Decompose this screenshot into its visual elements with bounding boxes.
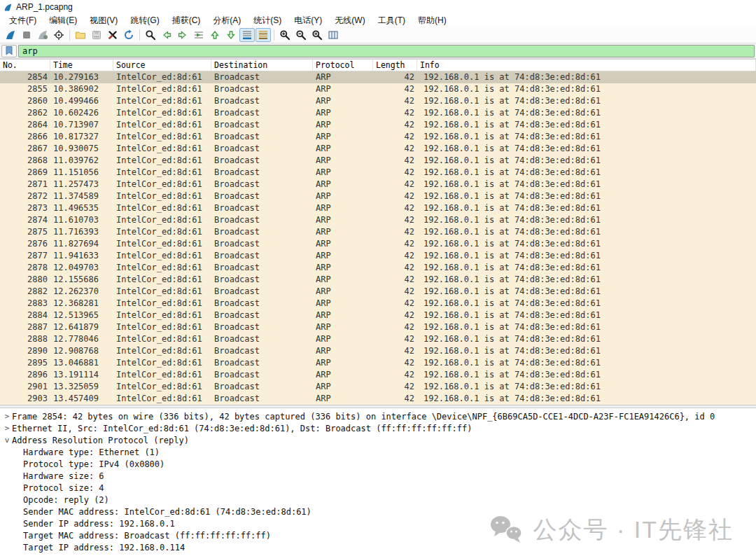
open-file-button[interactable]	[73, 28, 88, 42]
detail-line[interactable]: Target IP address: 192.168.0.114	[0, 541, 756, 553]
packet-row[interactable]: 289513.046881IntelCor_ed:8d:61BroadcastA…	[0, 357, 756, 369]
zoom-reset-button[interactable]	[309, 28, 325, 42]
packet-row[interactable]: 288212.262370IntelCor_ed:8d:61BroadcastA…	[0, 286, 756, 298]
column-header-destination[interactable]: Destination	[211, 60, 313, 71]
detail-line[interactable]: Opcode: reply (2)	[0, 494, 756, 506]
colorize-icon	[258, 29, 269, 41]
go-last-packet-button[interactable]	[223, 28, 239, 42]
expander-icon[interactable]: v	[2, 436, 12, 445]
detail-line[interactable]: Target MAC address: Broadcast (ff:ff:ff:…	[0, 529, 756, 541]
cell-source: IntelCor_ed:8d:61	[113, 369, 211, 381]
packet-row[interactable]: 285510.386902IntelCor_ed:8d:61BroadcastA…	[0, 83, 756, 95]
packet-row[interactable]: 286811.039762IntelCor_ed:8d:61BroadcastA…	[0, 155, 756, 167]
packet-row[interactable]: 289012.908768IntelCor_ed:8d:61BroadcastA…	[0, 345, 756, 357]
cell-info: 192.168.0.1 is at 74:d8:3e:ed:8d:61	[417, 83, 756, 95]
capture-options-button[interactable]	[51, 28, 66, 42]
column-header-info[interactable]: Info	[417, 60, 756, 71]
detail-line[interactable]: Hardware size: 6	[0, 470, 756, 482]
packet-row[interactable]: 288012.155686IntelCor_ed:8d:61BroadcastA…	[0, 274, 756, 286]
auto-scroll-button[interactable]	[239, 28, 255, 42]
column-header-no[interactable]: No.	[0, 60, 50, 71]
close-file-button[interactable]	[105, 28, 120, 42]
menu-capture[interactable]: 捕获(C)	[166, 13, 207, 28]
detail-line[interactable]: Hardware type: Ethernet (1)	[0, 446, 756, 458]
packet-row[interactable]: 288412.513965IntelCor_ed:8d:61BroadcastA…	[0, 310, 756, 321]
expander-icon[interactable]: >	[2, 424, 12, 433]
cell-info: 192.168.0.1 is at 74:d8:3e:ed:8d:61	[417, 226, 756, 238]
filter-bookmark-button[interactable]	[1, 45, 17, 57]
detail-text: Sender IP address: 192.168.0.1	[23, 519, 175, 529]
packet-row[interactable]: 287111.257473IntelCor_ed:8d:61BroadcastA…	[0, 179, 756, 190]
zoom-out-button[interactable]	[293, 28, 309, 42]
packet-row[interactable]: 287311.496535IntelCor_ed:8d:61BroadcastA…	[0, 202, 756, 214]
packet-row[interactable]: 287812.049703IntelCor_ed:8d:61BroadcastA…	[0, 262, 756, 274]
stop-capture-button[interactable]	[19, 28, 34, 42]
packet-row[interactable]: 286010.499466IntelCor_ed:8d:61BroadcastA…	[0, 95, 756, 107]
menu-go[interactable]: 跳转(G)	[124, 13, 165, 28]
packet-row[interactable]: 287211.374589IntelCor_ed:8d:61BroadcastA…	[0, 190, 756, 202]
menu-file[interactable]: 文件(F)	[3, 13, 43, 28]
detail-line[interactable]: Sender IP address: 192.168.0.1	[0, 517, 756, 529]
packet-row[interactable]: 288812.778046IntelCor_ed:8d:61BroadcastA…	[0, 333, 756, 345]
packet-row[interactable]: 289613.191114IntelCor_ed:8d:61BroadcastA…	[0, 369, 756, 381]
resize-columns-button[interactable]	[326, 28, 341, 42]
packet-row[interactable]: 286710.930075IntelCor_ed:8d:61BroadcastA…	[0, 143, 756, 155]
cell-protocol: ARP	[313, 143, 373, 155]
cell-protocol: ARP	[313, 167, 373, 179]
expander-icon[interactable]: >	[2, 412, 12, 421]
packet-row[interactable]: 290313.457409IntelCor_ed:8d:61BroadcastA…	[0, 393, 756, 405]
packet-row[interactable]: 287511.716393IntelCor_ed:8d:61BroadcastA…	[0, 226, 756, 238]
packet-row[interactable]: 288312.368281IntelCor_ed:8d:61BroadcastA…	[0, 298, 756, 310]
go-back-button[interactable]	[159, 28, 174, 42]
go-to-packet-button[interactable]	[191, 28, 206, 42]
packet-row[interactable]: 286610.817327IntelCor_ed:8d:61BroadcastA…	[0, 131, 756, 143]
menu-wireless[interactable]: 无线(W)	[328, 13, 371, 28]
detail-line[interactable]: Protocol size: 4	[0, 482, 756, 494]
menu-help[interactable]: 帮助(H)	[412, 13, 453, 28]
colorize-button[interactable]	[255, 28, 271, 42]
display-filter-input[interactable]	[18, 45, 755, 57]
zoom-in-button[interactable]	[277, 28, 293, 42]
find-packet-button[interactable]	[143, 28, 158, 42]
menu-tools[interactable]: 工具(T)	[372, 13, 412, 28]
detail-line[interactable]: vAddress Resolution Protocol (reply)	[0, 434, 756, 446]
detail-text: Target IP address: 192.168.0.114	[23, 543, 185, 552]
column-header-source[interactable]: Source	[113, 60, 211, 71]
packet-row[interactable]: 287611.827694IntelCor_ed:8d:61BroadcastA…	[0, 238, 756, 250]
packet-row[interactable]: 287711.941633IntelCor_ed:8d:61BroadcastA…	[0, 250, 756, 262]
restart-capture-button[interactable]	[35, 28, 50, 42]
packet-row[interactable]: 287411.610703IntelCor_ed:8d:61BroadcastA…	[0, 214, 756, 226]
go-first-packet-button[interactable]	[207, 28, 223, 42]
menu-statistics[interactable]: 统计(S)	[247, 13, 288, 28]
cell-destination: Broadcast	[211, 131, 313, 143]
cell-length: 42	[373, 369, 417, 381]
menu-view[interactable]: 视图(V)	[83, 13, 124, 28]
column-header-protocol[interactable]: Protocol	[313, 60, 373, 71]
detail-line[interactable]: Protocol type: IPv4 (0x0800)	[0, 458, 756, 470]
packet-row[interactable]: 290113.325059IntelCor_ed:8d:61BroadcastA…	[0, 381, 756, 393]
cell-protocol: ARP	[313, 369, 373, 381]
column-header-length[interactable]: Length	[373, 60, 417, 71]
detail-line[interactable]: >Ethernet II, Src: IntelCor_ed:8d:61 (74…	[0, 422, 756, 434]
packet-row[interactable]: 286210.602426IntelCor_ed:8d:61BroadcastA…	[0, 107, 756, 119]
cell-time: 12.513965	[50, 310, 113, 321]
menu-telephony[interactable]: 电话(Y)	[288, 13, 328, 28]
column-header-time[interactable]: Time	[50, 60, 113, 71]
menu-edit[interactable]: 编辑(E)	[43, 13, 83, 28]
save-file-button[interactable]	[89, 28, 104, 42]
packet-row[interactable]: 286911.151056IntelCor_ed:8d:61BroadcastA…	[0, 167, 756, 179]
cell-destination: Broadcast	[211, 83, 313, 95]
start-capture-button[interactable]	[3, 28, 18, 42]
menu-analyze[interactable]: 分析(A)	[206, 13, 247, 28]
arrow-right-icon	[177, 29, 188, 41]
packet-row[interactable]: 286410.713907IntelCor_ed:8d:61BroadcastA…	[0, 119, 756, 131]
cell-no: 2890	[0, 345, 50, 357]
reload-file-button[interactable]	[121, 28, 136, 42]
packet-row[interactable]: 285410.279163IntelCor_ed:8d:61BroadcastA…	[0, 71, 756, 83]
packet-row[interactable]: 288712.641879IntelCor_ed:8d:61BroadcastA…	[0, 321, 756, 333]
bookmark-icon	[6, 46, 13, 55]
detail-line[interactable]: Sender MAC address: IntelCor_ed:8d:61 (7…	[0, 506, 756, 517]
go-forward-button[interactable]	[175, 28, 190, 42]
detail-line[interactable]: >Frame 2854: 42 bytes on wire (336 bits)…	[0, 410, 756, 422]
cell-destination: Broadcast	[211, 179, 313, 190]
